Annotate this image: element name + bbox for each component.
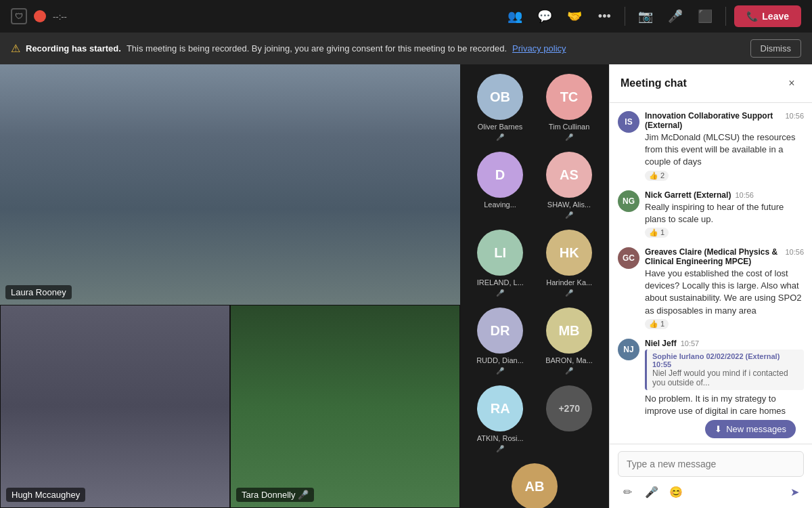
name-tc: Tim Cullinan — [549, 123, 590, 131]
participants-row-4: DR RUDD, Dian... 🎤 MB BARON, Ma... 🎤 — [466, 303, 604, 379]
participant-ra: RA ATKIN, Rosi... 🎤 — [473, 381, 528, 457]
avatar-ra: RA — [477, 385, 523, 431]
recording-indicator — [34, 10, 46, 22]
recording-banner: ⚠ Recording has started. This meeting is… — [0, 33, 812, 64]
msg-content-1: Innovation Collaborative Support (Extern… — [645, 111, 804, 181]
top-bar: 🛡 --:-- 👥 💬 🤝 ••• 📷 🎤 ⬛ 📞 Leave — [0, 0, 812, 33]
tara-video-cell: Tara Donnelly 🎤 — [230, 305, 460, 508]
msg-sender-1: Innovation Collaborative Support (Extern… — [645, 111, 781, 130]
phone-icon: 📞 — [746, 11, 758, 22]
screen-share-icon[interactable]: ⬛ — [693, 4, 717, 28]
participants-sidebar: OB Oliver Barnes 🎤 TC Tim Cullinan 🎤 D L… — [460, 64, 609, 508]
chat-input-actions: ✏ 🎤 😊 ➤ — [618, 482, 804, 501]
name-mb: BARON, Ma... — [545, 356, 593, 364]
hugh-name-label: Hugh Mccaughey — [6, 488, 85, 502]
avatar-d: D — [477, 152, 523, 198]
mute-dr: 🎤 — [496, 367, 504, 375]
msg-header-3: Greaves Claire (Medical Physics & Clinic… — [645, 247, 804, 266]
chat-input[interactable] — [618, 451, 804, 477]
arrow-down-icon: ⬇ — [715, 424, 722, 434]
participant-more[interactable]: +270 — [542, 381, 596, 457]
msg-header-1: Innovation Collaborative Support (Extern… — [645, 111, 804, 130]
chat-header: Meeting chat × — [610, 64, 812, 103]
name-d: Leaving... — [484, 200, 516, 209]
mute-as: 🎤 — [565, 211, 573, 219]
mute-ra: 🎤 — [496, 445, 504, 452]
camera-icon[interactable]: 📷 — [633, 4, 658, 28]
participant-hk: HK Harinder Ka... 🎤 — [542, 226, 596, 301]
chat-action-icons: ✏ 🎤 😊 — [618, 482, 685, 501]
banner-body: This meeting is being recorded. By joini… — [127, 43, 507, 54]
participants-row-1: OB Oliver Barnes 🎤 TC Tim Cullinan 🎤 — [466, 70, 604, 145]
msg-reaction-2[interactable]: 👍 1 — [645, 228, 669, 238]
avatar-dr: DR — [477, 308, 523, 354]
name-dr: RUDD, Dian... — [476, 356, 524, 364]
privacy-link[interactable]: Privacy policy — [512, 43, 566, 54]
video-area: Laura Rooney Hugh Mccaughey Tara Donnell… — [0, 64, 460, 508]
msg-reaction-1[interactable]: 👍 2 — [645, 171, 669, 181]
format-icon[interactable]: ✏ — [618, 482, 637, 501]
msg-avatar-is: IS — [618, 111, 639, 133]
emoji-icon[interactable]: 😊 — [667, 482, 685, 501]
chat-panel: Meeting chat × IS Innovation Collaborati… — [609, 64, 812, 508]
main-content: Laura Rooney Hugh Mccaughey Tara Donnell… — [0, 64, 812, 508]
name-ra: ATKIN, Rosi... — [477, 434, 524, 442]
quoted-message-4: Sophie Iurlano 02/02/2022 (External) 10:… — [645, 350, 804, 390]
reactions-icon[interactable]: 🤝 — [562, 4, 587, 28]
msg-sender-4: Niel Jeff — [645, 339, 677, 348]
participant-d: D Leaving... — [473, 148, 527, 223]
call-timer: --:-- — [53, 12, 67, 22]
dismiss-button[interactable]: Dismiss — [750, 39, 802, 58]
participant-mb: MB BARON, Ma... 🎤 — [541, 303, 597, 379]
msg-reaction-3[interactable]: 👍 1 — [645, 319, 669, 329]
top-bar-left: 🛡 --:-- — [11, 8, 67, 24]
msg-text-4: No problem. It is in my strategy to impr… — [645, 393, 804, 417]
more-participants-badge[interactable]: +270 — [546, 385, 592, 431]
main-video-cell: Laura Rooney — [0, 64, 460, 305]
chat-title: Meeting chat — [621, 77, 687, 89]
participants-row-2: D Leaving... AS SHAW, Alis... 🎤 — [466, 148, 604, 223]
mic-icon[interactable]: 🎤 — [663, 4, 687, 28]
msg-sender-2: Nick Garrett (External) — [645, 190, 731, 200]
tara-video — [231, 305, 459, 507]
send-button[interactable]: ➤ — [785, 482, 804, 501]
participants-row-6: AB — [466, 459, 604, 508]
chat-close-button[interactable]: × — [782, 74, 801, 93]
tara-mute-icon: 🎤 — [298, 490, 309, 500]
chat-message-3: GC Greaves Claire (Medical Physics & Cli… — [618, 247, 804, 329]
shield-icon: 🛡 — [11, 8, 27, 24]
msg-header-4: Niel Jeff 10:57 — [645, 339, 804, 348]
participant-tc: TC Tim Cullinan 🎤 — [542, 70, 596, 145]
msg-content-2: Nick Garrett (External) 10:56 Really ins… — [645, 190, 804, 238]
name-hk: Harinder Ka... — [546, 278, 592, 287]
chat-input-area: ✏ 🎤 😊 ➤ — [610, 444, 812, 508]
bottom-video-row: Hugh Mccaughey Tara Donnelly 🎤 — [0, 305, 460, 508]
avatar-tc: TC — [546, 74, 592, 120]
msg-time-1: 10:56 — [785, 112, 804, 120]
more-options-icon[interactable]: ••• — [592, 4, 616, 28]
avatar-mb: MB — [546, 308, 592, 354]
chat-messages: IS Innovation Collaborative Support (Ext… — [610, 103, 812, 417]
leave-button[interactable]: 📞 Leave — [734, 5, 801, 27]
chat-icon[interactable]: 💬 — [533, 4, 557, 28]
name-li: IRELAND, L... — [477, 278, 524, 287]
msg-sender-3: Greaves Claire (Medical Physics & Clinic… — [645, 247, 781, 266]
msg-avatar-gc: GC — [618, 247, 639, 269]
top-bar-icons: 👥 💬 🤝 ••• 📷 🎤 ⬛ 📞 Leave — [503, 4, 801, 28]
avatar-hk: HK — [546, 230, 592, 276]
audio-message-icon[interactable]: 🎤 — [642, 482, 661, 501]
msg-header-2: Nick Garrett (External) 10:56 — [645, 190, 804, 200]
new-messages-button[interactable]: ⬇ New messages — [705, 420, 796, 438]
msg-time-2: 10:56 — [735, 191, 754, 199]
participant-li: LI IRELAND, L... 🎤 — [473, 226, 528, 301]
chat-message-2: NG Nick Garrett (External) 10:56 Really … — [618, 190, 804, 238]
participants-icon[interactable]: 👥 — [503, 4, 527, 28]
quoted-sender-4: Sophie Iurlano 02/02/2022 (External) 10:… — [652, 352, 798, 368]
separator2 — [725, 7, 726, 26]
tara-name-label: Tara Donnelly 🎤 — [236, 488, 314, 502]
msg-time-3: 10:56 — [785, 248, 804, 256]
new-messages-label: New messages — [726, 424, 786, 434]
msg-content-4: Niel Jeff 10:57 Sophie Iurlano 02/02/202… — [645, 339, 804, 417]
mute-tc: 🎤 — [565, 133, 573, 141]
name-ob: Oliver Barnes — [478, 123, 523, 131]
